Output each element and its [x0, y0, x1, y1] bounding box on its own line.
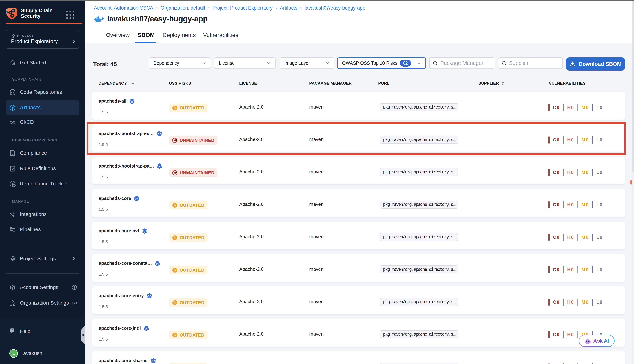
svg-text:?: ?: [11, 329, 13, 332]
